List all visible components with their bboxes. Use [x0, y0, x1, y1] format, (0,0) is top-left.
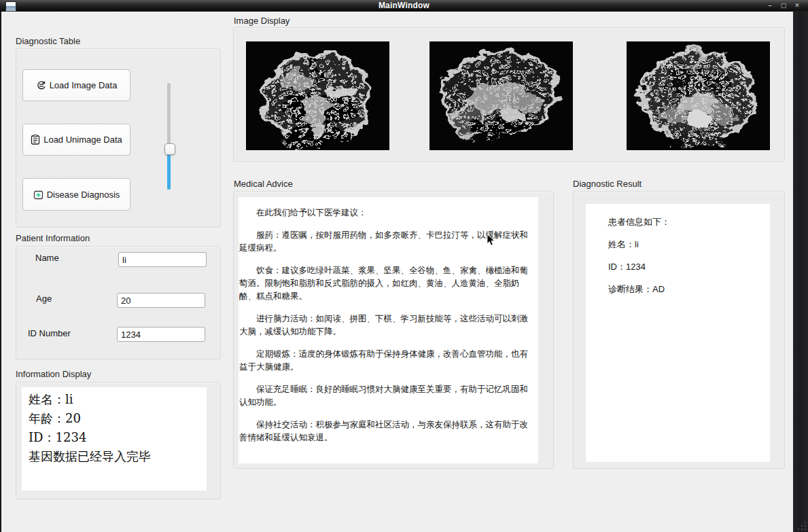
resize-grip-icon[interactable] [796, 520, 806, 530]
window-left-edge [0, 11, 1, 532]
advice-paragraph: 保持社交活动：积极参与家庭和社区活动，与亲友保持联系，这有助于改善情绪和延缓认知… [239, 419, 535, 444]
image-display-label: Image Display [234, 16, 289, 26]
disease-diagnosis-button[interactable]: Disease Diagnosis [22, 178, 130, 211]
import-icon [36, 80, 46, 90]
load-unimage-data-label: Load Unimage Data [43, 135, 122, 145]
medical-advice-text: 在此我们给予以下医学建议： 服药：遵医嘱，按时服用药物，如多奈哌齐、卡巴拉汀等，… [239, 207, 535, 461]
sagittal-brain-mri [429, 41, 573, 150]
advice-paragraph: 在此我们给予以下医学建议： [239, 207, 535, 219]
id-number-field[interactable] [117, 327, 205, 342]
title-bar[interactable]: MainWindow – ▢ ✕ [0, 0, 808, 12]
window-right-strip [793, 11, 808, 532]
maximize-button[interactable]: ▢ [778, 1, 789, 10]
id-number-field-label: ID Number [28, 328, 71, 338]
info-line: ID：1234 [29, 428, 205, 447]
result-line: 患者信息如下： [608, 211, 765, 233]
clipboard-icon [31, 135, 40, 145]
age-field-label: Age [36, 294, 52, 304]
diagnostic-table-label: Diagnostic Table [16, 36, 80, 46]
advice-paragraph: 进行脑力活动：如阅读、拼图、下棋、学习新技能等，这些活动可以刺激大脑，减缓认知功… [239, 313, 535, 338]
main-window: MainWindow – ▢ ✕ Image Display [0, 0, 808, 532]
result-line: 诊断结果：AD [608, 278, 765, 300]
result-line: 姓名：li [608, 233, 765, 255]
information-display-label: Information Display [16, 369, 91, 379]
name-field-label: Name [35, 253, 59, 263]
info-line: 基因数据已经导入完毕 [29, 447, 205, 466]
advice-paragraph: 保证充足睡眠：良好的睡眠习惯对大脑健康至关重要，有助于记忆巩固和认知功能。 [239, 383, 535, 409]
axial-brain-mri [627, 41, 770, 150]
load-unimage-data-button[interactable]: Load Unimage Data [22, 124, 130, 156]
name-field[interactable] [118, 252, 207, 267]
info-line: 年龄：20 [29, 409, 205, 428]
advice-paragraph: 服药：遵医嘱，按时服用药物，如多奈哌齐、卡巴拉汀等，以缓解症状和延缓病程。 [239, 229, 535, 255]
advice-paragraph: 饮食：建议多吃绿叶蔬菜、浆果、坚果、全谷物、鱼、家禽、橄榄油和葡萄酒。限制饱和脂… [239, 264, 535, 303]
diagnosis-kit-icon [33, 190, 43, 200]
diagnostic-result-text: 患者信息如下： 姓名：li ID：1234 诊断结果：AD [608, 211, 765, 300]
coronal-brain-mri [246, 41, 389, 150]
close-button[interactable]: ✕ [792, 1, 803, 10]
diagnostic-result-label: Diagnostic Result [573, 179, 642, 189]
result-line: ID：1234 [608, 255, 765, 278]
advice-paragraph: 定期锻炼：适度的身体锻炼有助于保持身体健康，改善心血管功能，也有益于大脑健康。 [239, 348, 535, 374]
slider-track[interactable] [167, 83, 171, 145]
patient-information-label: Patient Information [16, 233, 90, 243]
medical-advice-label: Medical Advice [234, 179, 293, 189]
info-line: 姓名：li [29, 390, 205, 409]
window-title: MainWindow [0, 1, 808, 10]
slider-track-filled[interactable] [167, 153, 171, 190]
slider-handle[interactable] [164, 143, 175, 155]
disease-diagnosis-label: Disease Diagnosis [47, 190, 120, 200]
load-image-data-button[interactable]: Load Image Data [22, 69, 130, 101]
information-display-text: 姓名：li 年龄：20 ID：1234 基因数据已经导入完毕 [29, 390, 205, 466]
age-field[interactable] [117, 293, 205, 308]
load-image-data-label: Load Image Data [50, 80, 118, 90]
minimize-button[interactable]: – [765, 1, 775, 10]
